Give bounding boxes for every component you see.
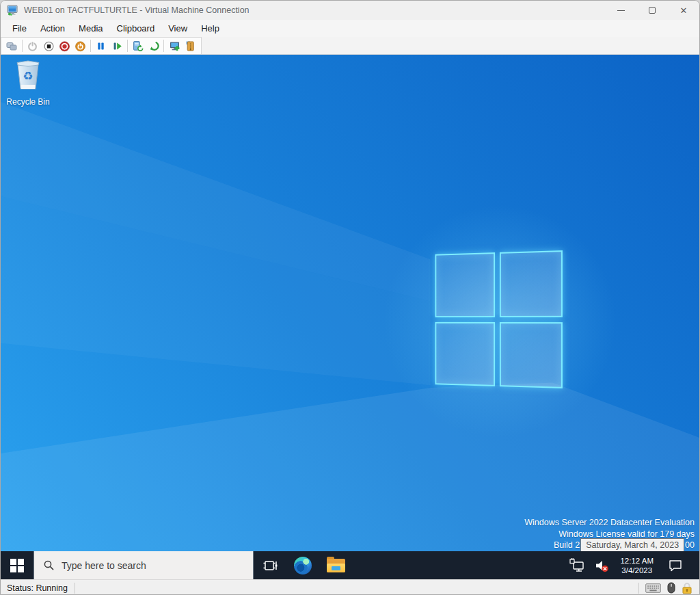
system-tray: 12:12 AM 3/4/2023	[565, 551, 699, 579]
network-icon	[568, 557, 586, 574]
revert-icon	[148, 40, 159, 52]
pause-icon	[95, 40, 107, 52]
windows-logo	[435, 250, 562, 388]
maximize-button[interactable]	[636, 1, 668, 20]
checkpoint-icon	[132, 40, 144, 52]
menu-action[interactable]: Action	[35, 21, 70, 36]
title-bar: WEB01 on TACTFULTURTLE - Virtual Machine…	[1, 1, 699, 20]
checkpoint-button[interactable]	[130, 38, 146, 53]
stop-icon	[43, 40, 55, 52]
search-icon	[43, 559, 55, 571]
vmconnect-app-icon	[7, 5, 18, 16]
windows-logo-pane	[435, 252, 494, 317]
windows-logo-pane	[499, 250, 563, 317]
menu-help[interactable]: Help	[196, 21, 225, 36]
recycle-bin-label: Recycle Bin	[3, 97, 53, 107]
revert-button[interactable]	[146, 38, 161, 53]
file-explorer-button[interactable]	[319, 551, 352, 579]
turn-off-button[interactable]	[41, 38, 57, 53]
action-center-button[interactable]	[660, 551, 691, 579]
watermark-build-prefix: Build 2	[554, 540, 580, 551]
taskbar-search[interactable]	[33, 551, 254, 579]
edge-icon	[294, 557, 312, 574]
file-explorer-icon	[327, 559, 345, 572]
ctrl-alt-del-button[interactable]	[4, 38, 20, 53]
ctrl-alt-del-icon	[6, 40, 18, 52]
toolbar-separator	[163, 40, 164, 52]
menu-file[interactable]: File	[7, 21, 32, 36]
windows-logo-pane	[435, 321, 494, 386]
date-tooltip: Saturday, March 4, 2023	[580, 538, 684, 553]
resume-icon	[111, 40, 123, 52]
vm-status-text: Status: Running	[1, 583, 75, 593]
enhanced-session-button[interactable]	[166, 38, 182, 53]
start-button[interactable]	[1, 551, 33, 579]
zipped-export-icon	[185, 40, 196, 52]
volume-button[interactable]	[589, 551, 614, 579]
minimize-button[interactable]	[605, 1, 636, 20]
export-button[interactable]	[183, 38, 198, 53]
toolbar-panel	[1, 37, 202, 55]
watermark-line1: Windows Server 2022 Datacenter Evaluatio…	[524, 517, 695, 529]
secure-lock-icon	[682, 582, 692, 594]
menu-clipboard[interactable]: Clipboard	[111, 21, 161, 36]
pause-button[interactable]	[93, 38, 109, 53]
close-icon: ✕	[680, 6, 688, 15]
start-power-icon	[27, 40, 38, 52]
menu-view[interactable]: View	[163, 21, 193, 36]
menu-bar: File Action Media Clipboard View Help	[1, 20, 699, 37]
clock-time: 12:12 AM	[620, 556, 654, 566]
status-bar: Status: Running	[1, 579, 699, 595]
window-title: WEB01 on TACTFULTURTLE - Virtual Machine…	[24, 5, 250, 15]
start-vm-button[interactable]	[25, 38, 40, 53]
toolbar-separator	[127, 40, 128, 52]
maximize-icon	[649, 7, 656, 14]
save-vm-button[interactable]	[72, 38, 88, 53]
vm-display[interactable]: ♻ Recycle Bin Windows Server 2022 Datace…	[1, 55, 699, 579]
vmconnect-window: WEB01 on TACTFULTURTLE - Virtual Machine…	[0, 0, 700, 595]
enhanced-session-icon	[169, 40, 180, 52]
watermark-build-suffix: 00	[685, 540, 695, 551]
save-power-icon	[75, 40, 86, 52]
search-input[interactable]	[62, 560, 232, 571]
windows-start-icon	[10, 559, 24, 572]
watermark-line3: Build 2 Saturday, March 4, 2023 00	[524, 540, 695, 551]
task-view-icon	[262, 557, 278, 574]
toolbar-separator	[22, 40, 23, 52]
minimize-icon	[617, 10, 625, 11]
toolbar-separator	[90, 40, 91, 52]
evaluation-watermark: Windows Server 2022 Datacenter Evaluatio…	[524, 517, 695, 551]
desktop-wallpaper	[1, 55, 699, 579]
taskbar-clock[interactable]: 12:12 AM 3/4/2023	[614, 551, 660, 579]
close-button[interactable]: ✕	[668, 1, 699, 20]
volume-muted-icon	[593, 557, 610, 574]
shutdown-icon	[59, 40, 70, 52]
edge-browser-button[interactable]	[286, 551, 319, 579]
svg-text:♻: ♻	[23, 69, 33, 83]
toolbar	[1, 37, 699, 55]
keyboard-capture-icon	[645, 583, 661, 593]
shut-down-button[interactable]	[57, 38, 72, 53]
network-status-button[interactable]	[565, 551, 589, 579]
recycle-bin-shortcut[interactable]: ♻ Recycle Bin	[3, 57, 53, 107]
resume-button[interactable]	[109, 38, 125, 53]
windows-logo-pane	[499, 322, 563, 388]
recycle-bin-icon: ♻	[12, 57, 44, 93]
taskbar: 12:12 AM 3/4/2023	[1, 551, 699, 579]
menu-media[interactable]: Media	[73, 21, 108, 36]
mouse-capture-icon	[667, 582, 675, 594]
statusbar-separator	[638, 583, 639, 594]
clock-date: 3/4/2023	[621, 566, 652, 575]
task-view-button[interactable]	[254, 551, 286, 579]
action-center-icon	[667, 557, 684, 574]
statusbar-separator	[75, 583, 75, 594]
